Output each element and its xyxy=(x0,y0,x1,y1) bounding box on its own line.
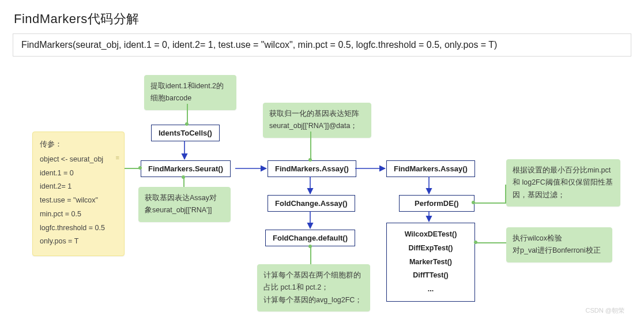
page-title: FindMarkers代码分解 xyxy=(14,10,631,28)
connector-dot xyxy=(185,122,189,126)
connector-dot xyxy=(472,201,475,204)
connector-dot xyxy=(308,158,312,162)
connector xyxy=(310,246,311,264)
note-params: 传参： object <- seurat_obj ident.1 = 0 ide… xyxy=(32,132,125,256)
fn-test-item: DiffExpTest() xyxy=(395,242,466,256)
note-params-line: only.pos = T xyxy=(40,235,117,249)
fn-test-item: WilcoxDETest() xyxy=(395,228,466,242)
connector xyxy=(475,242,506,243)
fn-idents-to-cells: IdentsToCells() xyxy=(151,125,220,141)
note-foldchange-calc: 计算每个基因在两个细胞群的 占比 pct.1和 pct.2； 计算每个基因的av… xyxy=(257,264,370,312)
connector xyxy=(310,132,311,160)
note-params-line: test.use = "wilcox" xyxy=(40,194,117,208)
fn-foldchange-assay: FoldChange.Assay() xyxy=(268,195,355,212)
note-wilcox: 执行wilcox检验 对p_val进行Bonferroni校正 xyxy=(506,227,612,262)
watermark: CSDN @朝荣 xyxy=(586,306,624,315)
connector xyxy=(474,202,506,204)
fn-test-item: DiffTTest() xyxy=(395,269,466,283)
fn-test-item: MarkerTest() xyxy=(395,256,466,269)
connector-dot xyxy=(138,166,142,170)
note-params-heading: 传参： xyxy=(40,138,117,152)
note-params-line: ident.1 = 0 xyxy=(40,167,117,181)
fn-findmarkers-assay-1: FindMarkers.Assay() xyxy=(268,160,356,177)
note-assay-obj: 获取基因表达Assay对 象seurat_obj[['RNA']] xyxy=(138,187,231,222)
code-signature: FindMarkers(seurat_obj, ident.1 = 0, ide… xyxy=(13,33,631,57)
fn-performde: PerformDE() xyxy=(399,195,474,212)
note-params-line: logfc.threshold = 0.5 xyxy=(40,222,117,235)
fn-findmarkers-seurat: FindMarkers.Seurat() xyxy=(141,160,231,177)
connector-dot xyxy=(182,175,185,179)
fn-test-item: ... xyxy=(395,283,466,297)
note-norm-matrix: 获取归一化的基因表达矩阵 seurat_obj[['RNA']]@data； xyxy=(263,103,371,138)
connector xyxy=(187,104,188,125)
note-params-line: ident.2= 1 xyxy=(40,180,117,194)
fn-foldchange-default: FoldChange.default() xyxy=(265,230,355,246)
note-barcode: 提取ident.1和ident.2的 细胞barcode xyxy=(144,75,236,110)
note-params-line: min.pct = 0.5 xyxy=(40,208,117,222)
diagram-stage: 传参： object <- seurat_obj ident.1 = 0 ide… xyxy=(13,69,631,317)
connector xyxy=(505,185,506,204)
note-filter: 根据设置的最小百分比min.pct 和 log2FC阈值和仅保留阳性基 因，基因… xyxy=(506,159,620,207)
note-params-line: object <- seurat_obj xyxy=(40,153,117,167)
fn-findmarkers-assay-2: FindMarkers.Assay() xyxy=(386,160,475,177)
fn-test-list: WilcoxDETest() DiffExpTest() MarkerTest(… xyxy=(386,223,475,302)
connector-dot xyxy=(474,241,477,244)
connector-dot xyxy=(308,245,312,248)
